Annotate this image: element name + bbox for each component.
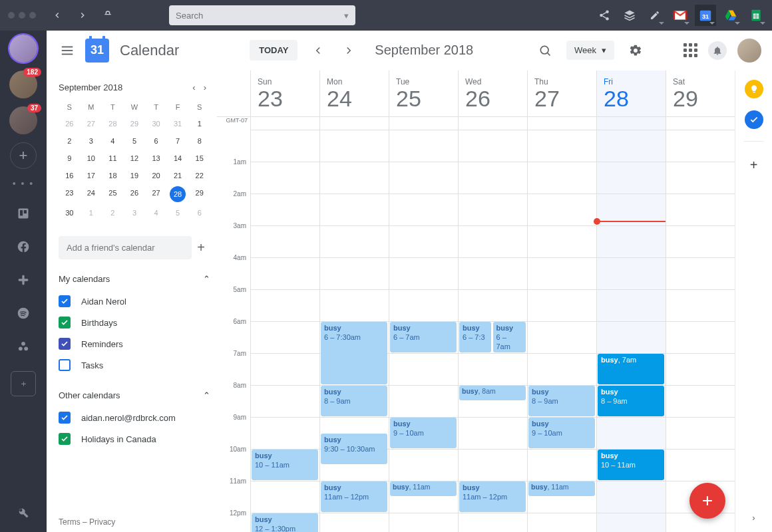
edit-icon[interactable]	[644, 5, 666, 26]
time-cell[interactable]	[250, 194, 319, 226]
mini-day[interactable]: 29	[188, 184, 210, 204]
event[interactable]: busy9 – 10am	[528, 418, 595, 448]
incognito-icon[interactable]	[97, 5, 118, 26]
time-cell[interactable]: busy, 8am	[458, 386, 527, 418]
mini-day[interactable]: 15	[188, 150, 210, 167]
my-calendars-toggle[interactable]: My calendars⌃	[59, 274, 210, 284]
allday-cell[interactable]	[666, 117, 735, 130]
mini-day[interactable]: 1	[188, 115, 210, 132]
calendar-row[interactable]: Aidan Nerol	[59, 291, 210, 312]
google-drive-icon[interactable]	[720, 5, 741, 26]
mini-day[interactable]: 31	[167, 115, 189, 132]
more-icon[interactable]: • • •	[13, 178, 34, 189]
time-cell[interactable]	[596, 226, 666, 258]
time-cell[interactable]	[319, 194, 389, 226]
mini-day[interactable]: 4	[145, 204, 167, 221]
mini-day[interactable]: 5	[167, 204, 189, 221]
time-cell[interactable]	[666, 194, 735, 226]
search-icon[interactable]	[534, 40, 556, 61]
calendar-row[interactable]: aidan.nerol@rdbrck.com	[59, 407, 210, 428]
time-cell[interactable]	[319, 290, 389, 322]
mini-day[interactable]: 24	[81, 184, 102, 204]
asana-icon[interactable]	[11, 334, 36, 359]
time-cell[interactable]	[596, 513, 666, 532]
hamburger-icon[interactable]	[60, 43, 75, 58]
time-cell[interactable]	[527, 258, 596, 290]
time-cell[interactable]	[458, 513, 527, 532]
event[interactable]: busy11am – 12pm	[321, 481, 387, 512]
mini-day[interactable]: 8	[188, 132, 210, 150]
view-selector[interactable]: Week▾	[566, 41, 614, 60]
event[interactable]: busy8 – 9am	[528, 386, 595, 416]
keep-icon[interactable]	[745, 80, 763, 98]
day-header[interactable]: Wed26	[458, 70, 527, 116]
google-calendar-icon[interactable]: 31	[695, 5, 716, 26]
time-cell[interactable]	[458, 418, 527, 450]
event[interactable]: busy8 – 9am	[321, 386, 387, 416]
mini-day[interactable]: 27	[81, 115, 102, 132]
calendar-checkbox[interactable]	[59, 295, 71, 307]
day-header[interactable]: Tue25	[389, 70, 458, 116]
mini-day[interactable]: 27	[145, 184, 167, 204]
time-cell[interactable]	[527, 226, 596, 258]
prev-week-button[interactable]	[308, 41, 328, 61]
time-cell[interactable]	[527, 162, 596, 194]
mini-day[interactable]: 4	[102, 132, 124, 150]
time-cell[interactable]: busy9 – 10am	[389, 418, 458, 450]
calendar-row[interactable]: Holidays in Canada	[59, 428, 210, 450]
workspace-avatar[interactable]: 37	[9, 106, 37, 134]
search-input[interactable]	[176, 11, 344, 21]
mini-day[interactable]: 29	[124, 115, 146, 132]
calendar-checkbox[interactable]	[59, 433, 71, 445]
event[interactable]: busy12 – 1:30pm	[252, 513, 318, 532]
mini-day[interactable]: 16	[59, 167, 81, 184]
mini-day[interactable]: 20	[145, 167, 167, 184]
mini-day[interactable]: 19	[124, 167, 146, 184]
add-workspace-button[interactable]: +	[10, 142, 37, 169]
mini-day[interactable]: 30	[59, 204, 81, 221]
google-sheets-icon[interactable]	[745, 5, 767, 26]
share-icon[interactable]	[594, 5, 615, 26]
calendar-row[interactable]: Birthdays	[59, 312, 210, 333]
time-cell[interactable]	[389, 354, 458, 386]
time-cell[interactable]: busy9 – 10am	[527, 418, 596, 450]
calendar-checkbox[interactable]	[59, 317, 71, 329]
time-cell[interactable]: busy11am – 12pm	[319, 481, 389, 513]
time-cell[interactable]	[458, 258, 527, 290]
mini-day[interactable]: 10	[81, 150, 102, 167]
allday-cell[interactable]	[596, 117, 666, 130]
spotify-icon[interactable]	[11, 301, 36, 326]
calendar-row[interactable]: Tasks	[59, 354, 210, 376]
calendar-checkbox[interactable]	[59, 359, 71, 371]
nav-back-button[interactable]	[47, 5, 68, 26]
event[interactable]: busy9:30 – 10:30am	[321, 434, 387, 464]
time-cell[interactable]	[319, 513, 389, 532]
allday-cell[interactable]	[250, 117, 319, 130]
event[interactable]: busy11am – 12pm	[459, 481, 526, 512]
time-cell[interactable]	[666, 386, 735, 418]
time-cell[interactable]	[596, 162, 666, 194]
time-cell[interactable]	[319, 130, 389, 162]
day-header[interactable]: Fri28	[596, 70, 666, 116]
traffic-dot[interactable]	[29, 12, 36, 19]
calendar-checkbox[interactable]	[59, 338, 71, 350]
time-cell[interactable]	[666, 322, 735, 354]
time-cell[interactable]	[527, 450, 596, 481]
mini-day[interactable]: 18	[102, 167, 124, 184]
time-cell[interactable]: busy12 – 1:30pm	[250, 513, 319, 532]
time-cell[interactable]	[389, 513, 458, 532]
time-cell[interactable]	[596, 194, 666, 226]
omnibox[interactable]: ▾	[169, 5, 355, 25]
notifications-icon[interactable]	[708, 41, 727, 60]
mini-day[interactable]: 2	[102, 204, 124, 221]
time-cell[interactable]: busy8 – 9am	[596, 386, 666, 418]
event[interactable]: busy8 – 9am	[598, 386, 664, 416]
day-header[interactable]: Sat29	[666, 70, 735, 116]
time-cell[interactable]: busy6 – 7am	[389, 322, 458, 354]
mini-prev-button[interactable]: ‹	[188, 80, 199, 95]
time-cell[interactable]: busy11am – 12pm	[458, 481, 527, 513]
time-cell[interactable]	[250, 386, 319, 418]
time-cell[interactable]: busy, 11am	[389, 481, 458, 513]
time-cell[interactable]	[250, 258, 319, 290]
time-cell[interactable]	[527, 130, 596, 162]
